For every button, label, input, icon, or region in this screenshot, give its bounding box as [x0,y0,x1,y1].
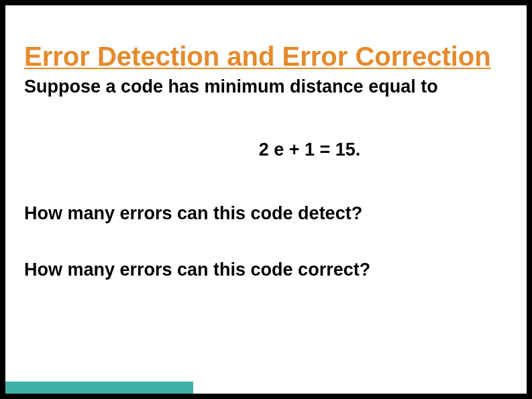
paragraph-1: Suppose a code has minimum distance equa… [24,74,508,99]
paragraph-2: How many errors can this code detect? [24,201,508,225]
slide: Error Detection and Error Correction Sup… [5,5,527,394]
slide-title: Error Detection and Error Correction [24,42,508,72]
footer-accent-bar [5,382,193,394]
equation: 2 e + 1 = 15. [24,137,508,162]
paragraph-3: How many errors can this code correct? [24,258,508,282]
slide-content: Error Detection and Error Correction Sup… [5,5,527,282]
